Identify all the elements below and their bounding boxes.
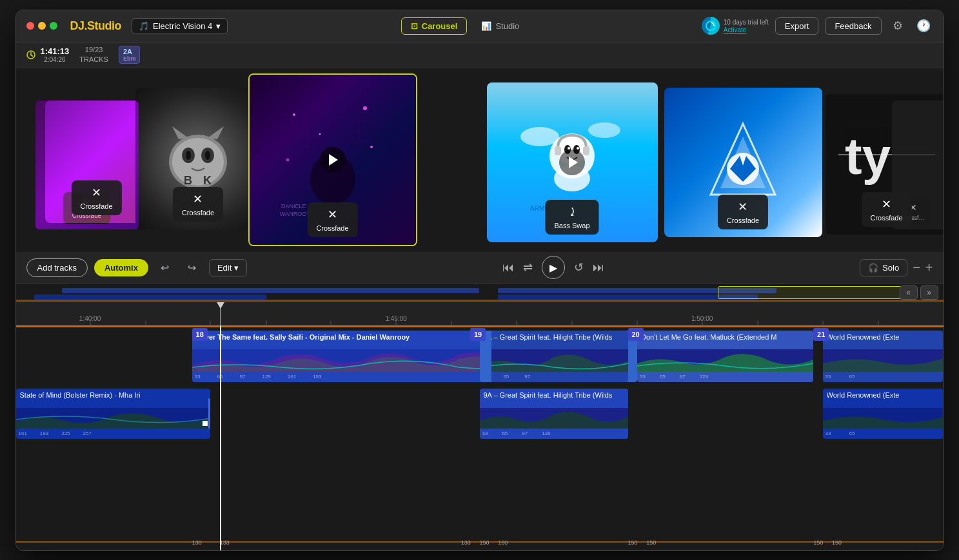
edit-button[interactable]: Edit ▾: [209, 259, 247, 276]
beat-markers-20: 33 65 97 129: [640, 374, 708, 380]
zoom-in-button[interactable]: +: [925, 260, 933, 275]
tracks-count: 19/23 TRACKS: [79, 45, 108, 65]
album-card-4[interactable]: ARMIN ⤸ Bass Swap: [487, 82, 658, 242]
svg-text:B: B: [184, 174, 192, 187]
automix-button[interactable]: Automix: [94, 259, 148, 276]
skip-backward-button[interactable]: «: [900, 285, 918, 300]
svg-point-31: [577, 147, 579, 150]
title-bar: DJ.Studio 🎵 Electric Vision 4 ▾ ⊡ Carous…: [16, 10, 944, 43]
track-block-19[interactable]: 9A – Great Spirit feat. Hilight Tribe (W…: [480, 331, 628, 382]
settings-button[interactable]: ⚙: [888, 16, 907, 35]
beat-markers-21: 33 65: [826, 374, 855, 380]
transition-badge-5[interactable]: ✕ Crossfade: [718, 195, 768, 229]
svg-text:DANIELE: DANIELE: [281, 203, 306, 209]
feedback-button[interactable]: Feedback: [825, 17, 881, 35]
orange-progress-bar: [16, 325, 944, 327]
skip-forward-btn[interactable]: »: [920, 285, 938, 300]
transition-label-6: Crossfade: [870, 214, 902, 222]
right-transport: 🎧 Solo − +: [860, 259, 933, 276]
ruler-minor-2: [210, 321, 211, 325]
svg-rect-27: [583, 146, 589, 155]
bpm-val-133a: 133: [220, 539, 230, 546]
timeline-container: « » 1:40:00 1:45:00 1:50:00: [16, 284, 944, 550]
transition-badge-6[interactable]: ✕ Crossfade: [861, 192, 911, 227]
edit-chevron: ▾: [234, 263, 239, 273]
track-title-bottom-1: State of Mind (Bolster Remix) - Mha Iri: [20, 391, 207, 399]
carousel-button[interactable]: ⊡ Carousel: [401, 17, 468, 35]
tracks-label: TRACKS: [79, 55, 108, 63]
bottom-toolbar: Add tracks Automix ↩ ↪ Edit ▾ ⏮ ⇌ ▶ ↺ ⏭ …: [16, 252, 944, 284]
playhead: [220, 325, 221, 550]
carousel-label: Carousel: [422, 21, 458, 31]
mixed-in-key: 10 days trial left Activate: [702, 17, 769, 35]
playhead-ruler: [220, 302, 221, 325]
clock-button[interactable]: 🕐: [914, 16, 933, 35]
beat-markers-18: 33 65 97 129 161 193: [195, 374, 322, 380]
loop-button[interactable]: ↺: [574, 260, 584, 275]
close-button[interactable]: [26, 22, 34, 30]
cat-art: B K: [159, 120, 237, 197]
album-card-5[interactable]: ✕ Crossfade: [664, 88, 822, 237]
minimap-viewport[interactable]: [718, 286, 905, 299]
transport-controls: ⏮ ⇌ ▶ ↺ ⏭: [253, 256, 853, 279]
tracks-area[interactable]: 18 Never The Same feat. Sally Saifi - Or…: [16, 325, 944, 550]
crossfade-icon-1: ✕: [92, 186, 101, 200]
track-title-19: 9A – Great Spirit feat. Hilight Tribe (W…: [484, 333, 624, 341]
svg-text:WANROOY: WANROOY: [280, 211, 310, 217]
track-block-bottom-3[interactable]: World Renowned (Exte 33 65: [823, 389, 944, 439]
bpm-val-150a: 150: [480, 539, 489, 546]
bpm-val-150c: 150: [628, 539, 638, 546]
minimap-skip-buttons: « »: [900, 285, 938, 300]
play-button-active[interactable]: [320, 147, 346, 173]
add-tracks-button[interactable]: Add tracks: [26, 258, 88, 277]
trial-info: 10 days trial left Activate: [724, 18, 769, 34]
transition-badge-1[interactable]: ✕ Crossfade: [71, 180, 121, 215]
transition-badge-2[interactable]: ✕ Crossfade: [173, 187, 223, 222]
waveform-19: [480, 349, 628, 372]
project-selector[interactable]: 🎵 Electric Vision 4 ▾: [132, 18, 228, 34]
studio-button[interactable]: 📊 Studio: [472, 18, 528, 34]
skip-forward-button[interactable]: ⏭: [593, 261, 604, 275]
beat-97: 97: [240, 374, 246, 380]
track-block-21[interactable]: World Renowned (Exte 33 65: [823, 331, 944, 382]
fullscreen-button[interactable]: [50, 22, 57, 30]
svg-text:K: K: [203, 174, 212, 187]
solo-label: Solo: [882, 263, 899, 273]
svg-point-14: [363, 106, 367, 110]
solo-button[interactable]: 🎧 Solo: [860, 259, 907, 276]
redo-button[interactable]: ↪: [182, 257, 203, 278]
ruler-minor-6: [517, 321, 517, 325]
track-block-bottom-1[interactable]: State of Mind (Bolster Remix) - Mha Iri …: [16, 389, 211, 439]
minimize-button[interactable]: [38, 22, 46, 30]
bass-swap-label: Bass Swap: [554, 222, 589, 229]
transition-label-2: Crossfade: [182, 209, 214, 217]
transition-badge-3[interactable]: ✕ Crossfade: [307, 202, 357, 237]
undo-button[interactable]: ↩: [155, 257, 175, 278]
tracks-total: 23: [95, 46, 103, 53]
carousel-area: ✕ Crossfade B K: [16, 68, 944, 252]
svg-point-17: [286, 158, 289, 161]
zoom-out-button[interactable]: −: [913, 260, 920, 275]
timeline-minimap[interactable]: « »: [16, 284, 944, 302]
play-button-4[interactable]: [559, 150, 585, 175]
track-number-19: 19: [470, 328, 486, 341]
ruler-line-1: [90, 318, 90, 325]
minimap-orange-bar: [16, 300, 944, 302]
track-block-20[interactable]: Don't Let Me Go feat. Matluck (Extended …: [637, 331, 813, 382]
project-name: Electric Vision 4: [153, 21, 212, 31]
beat-markers-bottom-1: 161 193 225 257: [19, 430, 92, 436]
beat-161: 161: [288, 374, 296, 380]
album-card-2[interactable]: B K ✕ Crossfade: [135, 88, 261, 229]
beat-33: 33: [195, 374, 201, 380]
export-button[interactable]: Export: [775, 17, 819, 35]
play-pause-button[interactable]: ▶: [542, 256, 565, 279]
activate-link[interactable]: Activate: [724, 26, 769, 34]
beat-129: 129: [262, 374, 270, 380]
bass-swap-badge[interactable]: ⤸ Bass Swap: [545, 200, 598, 235]
skip-back-button[interactable]: ⏮: [502, 261, 514, 275]
transition-label-5: Crossfade: [727, 217, 759, 224]
shuffle-button[interactable]: ⇌: [523, 260, 533, 275]
app-logo: DJ.Studio: [70, 19, 122, 33]
track-block-bottom-2[interactable]: 9A – Great Spirit feat. Hilight Tribe (W…: [480, 389, 628, 439]
album-card-active[interactable]: DANIELE WANROOY ✕ Crossfade: [248, 73, 417, 246]
